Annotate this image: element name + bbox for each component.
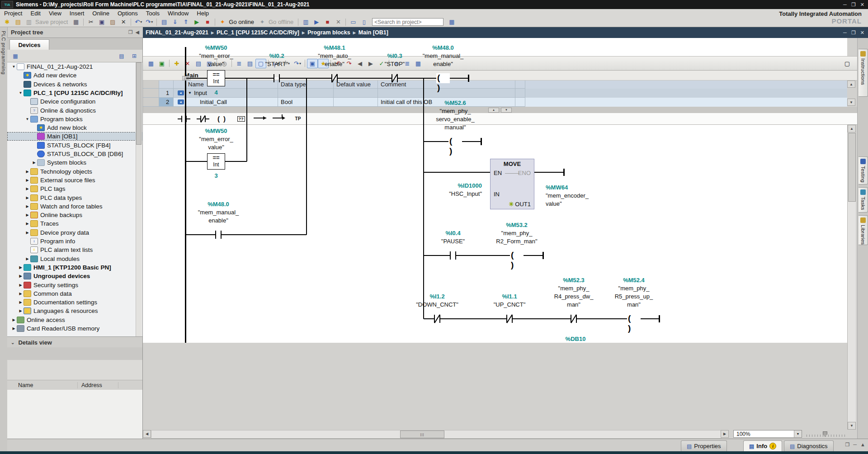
tree-view-options-button[interactable]: ▦ bbox=[10, 51, 21, 61]
horizontal-scroll-thumb[interactable]: ||| bbox=[400, 430, 444, 438]
interface-default-cell[interactable] bbox=[334, 89, 378, 98]
nc-contact[interactable] bbox=[329, 73, 340, 83]
inspector-expand-button[interactable]: ▲ bbox=[860, 442, 865, 448]
editor-close-button[interactable]: ✕ bbox=[860, 30, 864, 36]
tab-libraries[interactable]: Libraries bbox=[859, 215, 868, 245]
compile-button[interactable]: ▤ bbox=[159, 17, 170, 27]
operand-tag[interactable]: %M48.0"mem_manual_enable" bbox=[184, 200, 252, 225]
tree-item-devices-networks[interactable]: Devices & networks bbox=[7, 80, 142, 89]
editor-minimize-button[interactable]: ─ bbox=[843, 30, 847, 36]
breadcrumb-segment[interactable]: PLC_1 [CPU 1215C AC/DC/Rly] bbox=[214, 29, 302, 36]
tree-item-plc-tags[interactable]: ▶PLC tags bbox=[7, 184, 142, 193]
tree-item-plc-1-cpu-1215c-ac-dc-rly[interactable]: ▼PLC_1 [CPU 1215C AC/DC/Rly] bbox=[7, 89, 142, 97]
disconnect-button[interactable]: ✕ bbox=[333, 17, 344, 27]
operand-tag[interactable]: %M52.6"mem_phy_servo_enable_manual" bbox=[421, 99, 489, 132]
inspector-float-button[interactable]: ❐ bbox=[845, 442, 849, 448]
editor-maximize-button[interactable]: ❐ bbox=[851, 30, 856, 36]
favorite-no-contact-button[interactable] bbox=[177, 114, 191, 124]
tree-item-hmi-1-ktp1200-basic-pn[interactable]: ▶HMI_1 [KTP1200 Basic PN] bbox=[7, 263, 142, 272]
compare-box[interactable]: ==Int bbox=[207, 70, 225, 86]
compare-box[interactable]: ==Int bbox=[207, 153, 225, 170]
scroll-down-button[interactable]: ▼ bbox=[848, 422, 856, 430]
zoom-slider[interactable] bbox=[807, 431, 846, 437]
window-minimize-button[interactable]: ─ bbox=[843, 2, 847, 8]
tree-expander-icon[interactable]: ▶ bbox=[31, 161, 37, 165]
open-project-button[interactable]: ▤ bbox=[13, 17, 24, 27]
tree-expander-icon[interactable]: ▶ bbox=[24, 231, 30, 235]
interface-name-cell[interactable]: ▼Input bbox=[185, 89, 278, 98]
tree-expander-icon[interactable]: ▶ bbox=[24, 213, 30, 217]
scroll-right-button[interactable]: ▶ bbox=[721, 430, 729, 438]
interface-default-cell[interactable] bbox=[334, 98, 378, 107]
tree-collapse-button[interactable]: ◀ bbox=[136, 29, 139, 35]
tree-item-external-source-files[interactable]: ▶External source files bbox=[7, 176, 142, 184]
split-vertical-button[interactable]: ▯ bbox=[359, 17, 369, 27]
tree-item-watch-and-force-tables[interactable]: ▶Watch and force tables bbox=[7, 202, 142, 211]
scroll-up-button[interactable]: ▲ bbox=[848, 125, 856, 132]
tree-expander-icon[interactable]: ▼ bbox=[18, 91, 24, 95]
tree-expander-icon[interactable]: ▶ bbox=[18, 292, 24, 296]
tree-item-final-01-21-aug-2021[interactable]: ▼FINAL_01_21-Aug-2021 bbox=[7, 62, 139, 71]
no-contact[interactable] bbox=[448, 251, 458, 260]
tab-devices[interactable]: Devices bbox=[9, 39, 49, 50]
go-online-button[interactable]: ✦ bbox=[217, 17, 228, 27]
favorite-nc-contact-button[interactable] bbox=[196, 114, 210, 124]
interface-name-cell[interactable]: Initial_Call bbox=[185, 98, 278, 107]
operand-tag[interactable]: %M53.2"mem_phy_R2_Form_man" bbox=[483, 221, 551, 246]
menu-options[interactable]: Options bbox=[113, 10, 142, 17]
tree-item-program-info[interactable]: iProgram info bbox=[7, 237, 142, 246]
undo-button[interactable]: ↶▾ bbox=[133, 17, 144, 27]
tab-properties[interactable]: ▤Properties bbox=[681, 440, 727, 451]
breadcrumb-segment[interactable]: Program blocks bbox=[305, 29, 353, 36]
tab-tasks[interactable]: Tasks bbox=[859, 187, 868, 213]
show-interface-button[interactable]: ▦ bbox=[146, 59, 156, 68]
project-library-button[interactable]: ▦ bbox=[446, 17, 457, 27]
tree-scrollbar-thumb[interactable] bbox=[136, 62, 142, 145]
tree-item-traces[interactable]: ▶Traces bbox=[7, 219, 142, 228]
split-horizontal-button[interactable]: ▭ bbox=[348, 17, 359, 27]
tree-item-languages-resources[interactable]: ▶◍Languages & resources bbox=[7, 307, 142, 315]
tree-expander-icon[interactable]: ▶ bbox=[11, 326, 17, 331]
interface-comment-cell[interactable] bbox=[378, 89, 515, 98]
menu-help[interactable]: Help bbox=[193, 10, 213, 17]
window-close-button[interactable]: ✕ bbox=[860, 2, 864, 8]
tree-item-common-data[interactable]: ▶Common data bbox=[7, 289, 142, 298]
tree-item-device-configuration[interactable]: Device configuration bbox=[7, 97, 142, 106]
menu-project[interactable]: Project bbox=[0, 10, 26, 17]
vertical-scroll-thumb[interactable] bbox=[848, 133, 856, 202]
splitter-up-button[interactable]: ▲ bbox=[488, 108, 499, 113]
zoom-select[interactable]: 100% ▼ bbox=[733, 430, 802, 438]
tree-expander-icon[interactable]: ▶ bbox=[18, 309, 24, 313]
inspector-minimize-button[interactable]: ─ bbox=[853, 442, 857, 448]
tree-item-online-backups[interactable]: ▶Online backups bbox=[7, 211, 142, 219]
table-scroll-down-button[interactable]: ▼ bbox=[847, 99, 855, 106]
nc-contact[interactable] bbox=[568, 314, 579, 324]
tree-expander-icon[interactable]: ▶ bbox=[18, 300, 24, 304]
tree-item-system-blocks[interactable]: ▶System blocks bbox=[7, 158, 142, 167]
operand-tag[interactable]: %M52.4"mem_phy_R5_press_up_man" bbox=[600, 276, 668, 309]
breadcrumb-segment[interactable]: FINAL_01_21-Aug-2021 bbox=[143, 29, 211, 36]
tree-item-status-block-db-db6[interactable]: STATUS_BLOCK_DB [DB6] bbox=[7, 150, 142, 158]
tree-item-security-settings[interactable]: ▶Security settings bbox=[7, 281, 142, 289]
favorite-close-branch-button[interactable] bbox=[272, 114, 286, 124]
start-cpu-button[interactable]: ▶ bbox=[191, 17, 202, 27]
tree-item-program-blocks[interactable]: ▼Program blocks bbox=[7, 115, 142, 123]
menu-view[interactable]: View bbox=[45, 10, 66, 17]
no-contact[interactable] bbox=[271, 73, 282, 83]
tree-expander-icon[interactable]: ▶ bbox=[24, 178, 30, 182]
tree-expander-icon[interactable]: ▼ bbox=[11, 65, 17, 69]
tab-diagnostics[interactable]: ▤Diagnostics bbox=[784, 440, 834, 451]
tree-expander-icon[interactable]: ▶ bbox=[24, 204, 30, 208]
favorite-coil-button[interactable]: ( ) bbox=[215, 114, 229, 124]
menu-insert[interactable]: Insert bbox=[66, 10, 89, 17]
splitter-down-button[interactable]: ▼ bbox=[501, 108, 512, 113]
tree-item-card-reader-usb-memory[interactable]: ▶Card Reader/USB memory bbox=[7, 324, 139, 333]
tree-item-plc-alarm-text-lists[interactable]: ≡PLC alarm text lists bbox=[7, 246, 142, 254]
operand-tag[interactable]: %MW50"mem_error_value" bbox=[182, 127, 250, 151]
tree-item-ungrouped-devices[interactable]: ▶Ungrouped devices bbox=[7, 272, 142, 280]
operand-tag[interactable]: %M48.0"mem_manual_enable" bbox=[409, 44, 477, 68]
tab-instructions[interactable]: Instructions bbox=[859, 49, 868, 97]
window-maximize-button[interactable]: ❐ bbox=[851, 2, 856, 8]
operand-tag[interactable]: %M48.1"mem_auto_enable" bbox=[301, 44, 368, 68]
nc-contact[interactable] bbox=[504, 314, 515, 324]
